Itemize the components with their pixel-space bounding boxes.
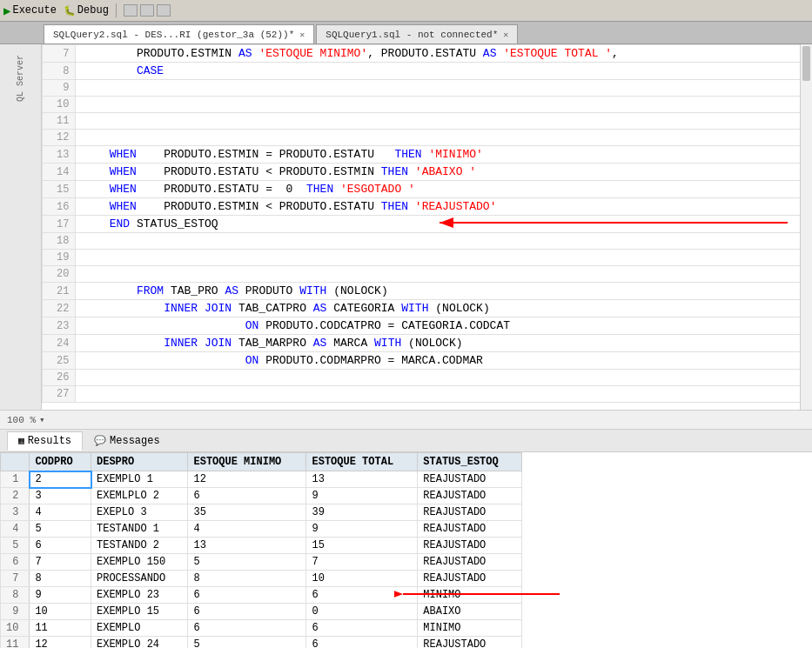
code-line: 9 xyxy=(42,80,812,97)
tab-messages[interactable]: 💬 Messages xyxy=(83,431,171,451)
toolbar: ▶ Execute 🐛 Debug xyxy=(0,0,812,22)
execute-btn[interactable]: ▶ Execute xyxy=(3,3,57,18)
table-row: 89EXEMPLO 2366MINIMO xyxy=(1,587,522,604)
cell-r1-c2: EXEMLPLO 2 xyxy=(91,488,188,504)
cell-r10-c5: REAJUSTADO xyxy=(418,637,522,649)
line-number: 22 xyxy=(42,300,75,317)
cell-r10-c3: 5 xyxy=(188,637,306,649)
toolbar-icon-3[interactable] xyxy=(157,4,171,17)
cell-r10-c0: 11 xyxy=(1,637,30,649)
toolbar-icon-2[interactable] xyxy=(140,4,154,17)
cell-r3-c0: 4 xyxy=(1,521,30,538)
tab-close-2[interactable]: ✕ xyxy=(503,30,508,40)
code-line: 17 END STATUS_ESTOQ xyxy=(42,216,812,233)
line-number: 26 xyxy=(42,370,75,386)
code-line: 23 ON PRODUTO.CODCATPRO = CATEGORIA.CODC… xyxy=(42,317,812,335)
messages-tab-label: Messages xyxy=(110,435,160,447)
cell-r10-c1: 12 xyxy=(30,637,91,649)
line-number: 12 xyxy=(42,130,75,146)
code-line: 7 PRODUTO.ESTMIN AS 'ESTOQUE MINIMO', PR… xyxy=(42,45,812,63)
table-row: 45TESTANDO 149REAJUSTADO xyxy=(1,521,522,538)
table-row: 12EXEMPLO 11213REAJUSTADO xyxy=(1,471,522,488)
code-line: 10 xyxy=(42,97,812,113)
tab-sqlquery1[interactable]: SQLQuery1.sql - not connected* ✕ xyxy=(316,24,518,43)
cell-r6-c4: 10 xyxy=(306,571,418,587)
table-row: 910EXEMPLO 1560ABAIXO xyxy=(1,604,522,620)
line-number: 25 xyxy=(42,352,75,370)
cell-r7-c0: 8 xyxy=(1,587,30,604)
toolbar-icon-1[interactable] xyxy=(124,4,138,17)
code-line: 16 WHEN PRODUTO.ESTMIN < PRODUTO.ESTATU … xyxy=(42,198,812,216)
cell-r3-c5: REAJUSTADO xyxy=(418,521,522,538)
table-header-row: CODPRODESPROESTOQUE MINIMOESTOQUE TOTALS… xyxy=(1,453,522,471)
debug-icon: 🐛 xyxy=(64,5,76,17)
cell-r7-c4: 6 xyxy=(306,587,418,604)
cell-r0-c0: 1 xyxy=(1,471,30,488)
line-number: 20 xyxy=(42,266,75,283)
table-row: 1011EXEMPLO66MINIMO xyxy=(1,620,522,637)
cell-r10-c4: 6 xyxy=(306,637,418,649)
results-tabs: ▦ Results 💬 Messages xyxy=(0,430,812,452)
cell-r5-c0: 6 xyxy=(1,554,30,571)
server-label: QL Server xyxy=(16,55,25,102)
cell-r3-c4: 9 xyxy=(306,521,418,538)
line-content xyxy=(75,97,812,113)
debug-btn[interactable]: 🐛 Debug xyxy=(64,4,109,17)
line-content: CASE xyxy=(75,63,812,80)
line-content xyxy=(75,233,812,250)
cell-r7-c5: MINIMO xyxy=(418,587,522,604)
cell-r8-c1: 10 xyxy=(30,604,91,620)
tab-results[interactable]: ▦ Results xyxy=(7,431,83,451)
col-header-3: ESTOQUE MINIMO xyxy=(188,453,306,471)
cell-r9-c1: 11 xyxy=(30,620,91,637)
cell-r4-c4: 15 xyxy=(306,538,418,554)
cell-r6-c3: 8 xyxy=(188,571,306,587)
cell-r9-c5: MINIMO xyxy=(418,620,522,637)
col-header-0 xyxy=(1,453,30,471)
cell-r2-c1: 4 xyxy=(30,504,91,521)
line-content xyxy=(75,130,812,146)
line-number: 21 xyxy=(42,283,75,300)
vertical-scrollbar[interactable] xyxy=(800,44,812,410)
code-line: 19 xyxy=(42,250,812,266)
table-row: 1112EXEMPLO 2456REAJUSTADO xyxy=(1,637,522,649)
cell-r8-c3: 6 xyxy=(188,604,306,620)
cell-r2-c4: 39 xyxy=(306,504,418,521)
line-content: INNER JOIN TAB_CATPRO AS CATEGORIA WITH … xyxy=(75,300,812,317)
cell-r3-c3: 4 xyxy=(188,521,306,538)
cell-r4-c2: TESTANDO 2 xyxy=(91,538,188,554)
code-line: 14 WHEN PRODUTO.ESTATU < PRODUTO.ESTMIN … xyxy=(42,164,812,181)
line-content xyxy=(75,250,812,266)
cell-r7-c2: EXEMPLO 23 xyxy=(91,587,188,604)
messages-icon: 💬 xyxy=(94,435,106,446)
code-line: 20 xyxy=(42,266,812,283)
cell-r0-c1: 2 xyxy=(30,471,91,488)
code-line: 22 INNER JOIN TAB_CATPRO AS CATEGORIA WI… xyxy=(42,300,812,317)
line-number: 11 xyxy=(42,113,75,130)
cell-r4-c1: 6 xyxy=(30,538,91,554)
line-number: 13 xyxy=(42,146,75,164)
cell-r6-c0: 7 xyxy=(1,571,30,587)
cell-r9-c4: 6 xyxy=(306,620,418,637)
cell-r1-c4: 9 xyxy=(306,488,418,504)
cell-r6-c1: 8 xyxy=(30,571,91,587)
code-area[interactable]: 7 PRODUTO.ESTMIN AS 'ESTOQUE MINIMO', PR… xyxy=(42,44,813,410)
cell-r2-c5: REAJUSTADO xyxy=(418,504,522,521)
code-table: 7 PRODUTO.ESTMIN AS 'ESTOQUE MINIMO', PR… xyxy=(42,44,813,403)
cell-r3-c1: 5 xyxy=(30,521,91,538)
results-pane: ▦ Results 💬 Messages CODPRODESPROESTOQUE… xyxy=(0,429,812,648)
tab-bar: SQLQuery2.sql - DES...RI (gestor_3a (52)… xyxy=(0,22,812,44)
table-row: 56TESTANDO 21315REAJUSTADO xyxy=(1,538,522,554)
cell-r7-c1: 9 xyxy=(30,587,91,604)
cell-r6-c5: REAJUSTADO xyxy=(418,571,522,587)
line-content: WHEN PRODUTO.ESTATU < PRODUTO.ESTMIN THE… xyxy=(75,164,812,181)
cell-r9-c0: 10 xyxy=(1,620,30,637)
code-line: 27 xyxy=(42,386,812,403)
code-line: 15 WHEN PRODUTO.ESTATU = 0 THEN 'ESGOTAD… xyxy=(42,181,812,198)
tab-close-1[interactable]: ✕ xyxy=(299,30,305,40)
line-number: 16 xyxy=(42,198,75,216)
line-content: END STATUS_ESTOQ xyxy=(75,216,812,233)
results-table-container[interactable]: CODPRODESPROESTOQUE MINIMOESTOQUE TOTALS… xyxy=(0,452,812,648)
scrollbar-thumb[interactable] xyxy=(802,46,810,81)
tab-sqlquery2[interactable]: SQLQuery2.sql - DES...RI (gestor_3a (52)… xyxy=(44,24,314,43)
